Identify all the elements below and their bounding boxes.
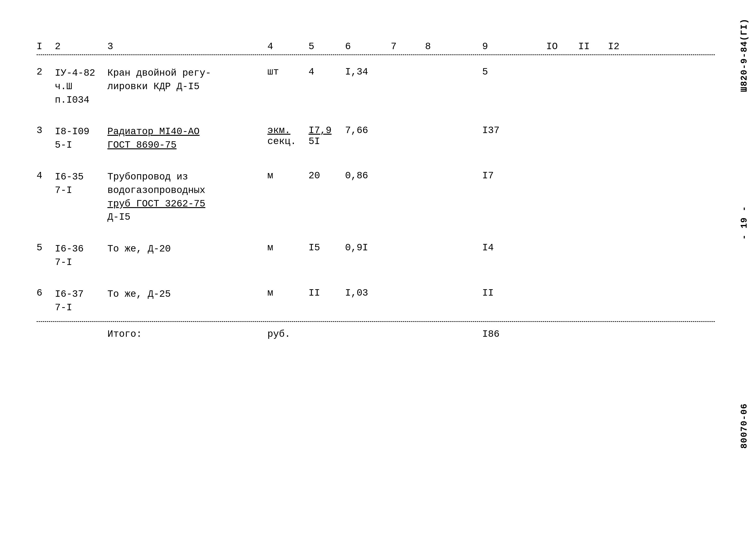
- table-row: 2 IУ-4-82 ч.Ш п.I034 Кран двойной регу- …: [37, 55, 715, 114]
- row5-col9: I4: [482, 242, 546, 253]
- table-row: 3 I8-I09 5-I Радиатор МI40-АО ГОСТ 8690-…: [37, 114, 715, 159]
- totals-unit: руб.: [268, 329, 308, 340]
- right-label-top: Ш820-9-84(ГI): [739, 18, 749, 92]
- row2-price: I,34: [345, 67, 391, 77]
- row6-col9: II: [482, 288, 546, 299]
- header-col5: 5: [308, 41, 345, 52]
- header-col8: 8: [425, 41, 482, 52]
- row4-unit: м: [268, 170, 308, 181]
- row3-col9: I37: [482, 125, 546, 136]
- table-header: I 2 3 4 5 6 7 8 9 IO II I2: [37, 41, 715, 55]
- row4-price: 0,86: [345, 170, 391, 181]
- header-col10: IO: [546, 41, 578, 52]
- right-label-bottom: 80070-06: [739, 403, 749, 449]
- header-col6: 6: [345, 41, 391, 52]
- row3-price: 7,66: [345, 125, 391, 136]
- row6-num: 6: [37, 288, 55, 299]
- row3-num: 3: [37, 125, 55, 136]
- row3-unit: экм. секц.: [268, 125, 308, 147]
- row6-qty: II: [308, 288, 345, 299]
- row3-qty: I7,9 5I: [308, 125, 345, 147]
- row2-code: IУ-4-82 ч.Ш п.I034: [55, 67, 107, 107]
- header-col7: 7: [391, 41, 425, 52]
- totals-label: Итого:: [107, 329, 268, 340]
- row4-code: I6-35 7-I: [55, 170, 107, 197]
- row3-code: I8-I09 5-I: [55, 125, 107, 152]
- header-col11: II: [578, 41, 608, 52]
- table-row: 6 I6-37 7-I То же, Д-25 м II I,03 II: [37, 276, 715, 322]
- header-col1: I: [37, 41, 55, 52]
- totals-row: Итого: руб. I86: [37, 322, 715, 344]
- table: I 2 3 4 5 6 7 8 9 IO II I2 2 IУ-4-82 ч.Ш…: [37, 41, 715, 344]
- right-label-mid: - 19 -: [739, 206, 749, 240]
- row6-name: То же, Д-25: [107, 288, 268, 301]
- row4-num: 4: [37, 170, 55, 181]
- row2-unit: шт: [268, 67, 308, 77]
- header-col2: 2: [55, 41, 107, 52]
- row2-qty: 4: [308, 67, 345, 77]
- totals-value: I86: [482, 329, 546, 340]
- row5-name: То же, Д-20: [107, 242, 268, 256]
- row2-col9: 5: [482, 67, 546, 77]
- row2-name: Кран двойной регу- лировки КДР Д-I5: [107, 67, 268, 93]
- header-col12: I2: [608, 41, 715, 52]
- table-row: 4 I6-35 7-I Трубопровод из водогазопрово…: [37, 159, 715, 231]
- header-col9: 9: [482, 41, 546, 52]
- row5-unit: м: [268, 242, 308, 253]
- header-col3: 3: [107, 41, 268, 52]
- row4-name: Трубопровод из водогазопроводных труб ГО…: [107, 170, 268, 224]
- row6-unit: м: [268, 288, 308, 299]
- row4-qty: 20: [308, 170, 345, 181]
- row2-num: 2: [37, 67, 55, 77]
- table-row: 5 I6-36 7-I То же, Д-20 м I5 0,9I I4: [37, 231, 715, 276]
- row5-code: I6-36 7-I: [55, 242, 107, 269]
- row5-price: 0,9I: [345, 242, 391, 253]
- row5-num: 5: [37, 242, 55, 253]
- page: Ш820-9-84(ГI) - 19 - 80070-06 I 2 3 4 5 …: [0, 0, 756, 540]
- row6-code: I6-37 7-I: [55, 288, 107, 315]
- row3-name: Радиатор МI40-АО ГОСТ 8690-75: [107, 125, 268, 152]
- row4-col9: I7: [482, 170, 546, 181]
- row6-price: I,03: [345, 288, 391, 299]
- header-col4: 4: [268, 41, 308, 52]
- row5-qty: I5: [308, 242, 345, 253]
